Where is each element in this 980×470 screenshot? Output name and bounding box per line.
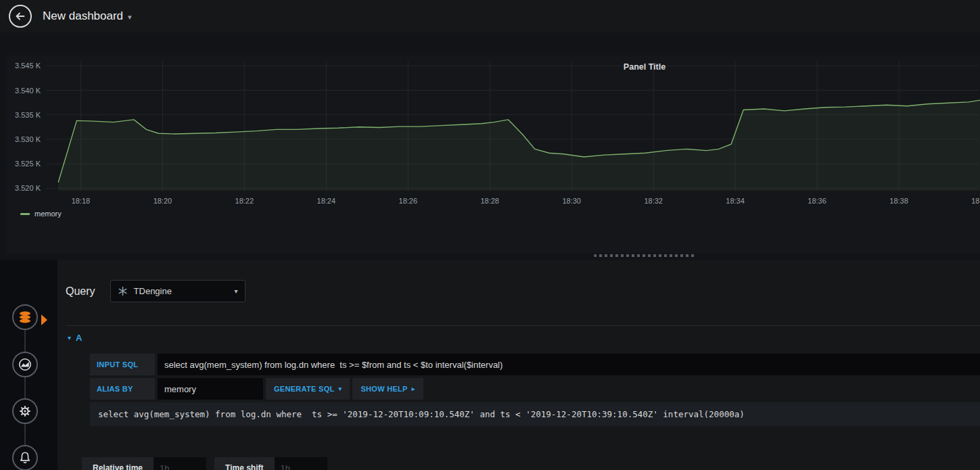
relative-time-label: Relative time xyxy=(82,457,154,470)
panel-title[interactable]: Panel Title xyxy=(624,62,666,72)
input-sql-field[interactable] xyxy=(158,354,980,375)
time-series-plot[interactable]: 3.520 K3.525 K3.530 K3.535 K3.540 K3.545… xyxy=(7,55,980,208)
svg-text:18:28: 18:28 xyxy=(480,197,499,205)
show-help-label: SHOW HELP xyxy=(360,385,407,393)
query-editor-content: Query TDengine ▾ ▾ A INPUT SQL ALIAS BY xyxy=(57,260,980,470)
graph-panel: Panel Title 3.520 K3.525 K3.530 K3.535 K… xyxy=(7,55,980,253)
chevron-down-icon: ▾ xyxy=(68,334,71,342)
svg-text:18:40: 18:40 xyxy=(971,197,980,205)
chevron-down-icon: ▾ xyxy=(339,385,342,392)
legend-line-swatch xyxy=(20,213,30,215)
tab-general[interactable] xyxy=(12,398,38,424)
datasource-picker[interactable]: TDengine ▾ xyxy=(110,280,246,302)
svg-text:18:38: 18:38 xyxy=(889,197,908,205)
tdengine-logo-icon xyxy=(118,286,128,296)
back-button[interactable] xyxy=(9,5,32,28)
bell-icon xyxy=(18,450,32,465)
chevron-right-icon: ▸ xyxy=(412,385,415,392)
time-shift-field[interactable] xyxy=(275,457,327,470)
panel-editor: Query TDengine ▾ ▾ A INPUT SQL ALIAS BY xyxy=(0,260,980,470)
generate-sql-label: GENERATE SQL xyxy=(274,385,335,393)
query-row-toggle[interactable]: ▾ A xyxy=(66,325,980,348)
relative-time-field[interactable] xyxy=(154,457,206,470)
panel-editor-tabs xyxy=(0,260,57,470)
generate-sql-button[interactable]: GENERATE SQL ▾ xyxy=(266,378,350,400)
tab-alert[interactable] xyxy=(12,445,38,470)
legend-series-label[interactable]: memory xyxy=(34,210,62,218)
tab-queries[interactable] xyxy=(12,304,38,330)
generated-sql-preview: select avg(mem_system) from log.dn where… xyxy=(90,402,980,426)
panel-resize-handle[interactable] xyxy=(594,254,695,257)
input-sql-label: INPUT SQL xyxy=(90,354,155,375)
tab-connector-line xyxy=(24,319,26,459)
svg-text:3.525 K: 3.525 K xyxy=(15,160,41,168)
active-tab-arrow-icon xyxy=(41,314,47,325)
svg-text:18:30: 18:30 xyxy=(562,197,581,205)
svg-text:18:20: 18:20 xyxy=(154,197,172,205)
svg-text:3.540 K: 3.540 K xyxy=(15,87,41,95)
top-navbar: New dashboard ▾ xyxy=(0,0,980,32)
svg-text:3.520 K: 3.520 K xyxy=(15,184,41,192)
query-section-title: Query xyxy=(66,285,95,298)
svg-text:18:34: 18:34 xyxy=(726,197,745,205)
datasource-selected: TDengine xyxy=(134,286,172,296)
svg-text:18:32: 18:32 xyxy=(644,197,663,205)
svg-text:18:36: 18:36 xyxy=(808,197,826,205)
time-shift-label: Time shift xyxy=(214,457,274,470)
query-header: Query TDengine ▾ xyxy=(66,260,980,302)
database-icon xyxy=(18,310,32,325)
chart-legend: memory xyxy=(20,210,980,218)
svg-text:18:26: 18:26 xyxy=(399,197,418,205)
chart-icon xyxy=(18,357,32,372)
dashboard-title-dropdown[interactable]: New dashboard ▾ xyxy=(43,9,132,23)
relative-time-group: Relative time xyxy=(82,457,206,470)
dashboard-title: New dashboard xyxy=(43,9,123,23)
alias-by-label: ALIAS BY xyxy=(90,378,155,400)
chevron-down-icon: ▾ xyxy=(128,11,132,22)
time-shift-group: Time shift xyxy=(214,457,327,470)
svg-text:18:24: 18:24 xyxy=(317,197,336,205)
query-form: INPUT SQL ALIAS BY GENERATE SQL ▾ SHOW H… xyxy=(90,354,980,426)
svg-text:18:22: 18:22 xyxy=(235,197,254,205)
input-sql-row: INPUT SQL xyxy=(90,354,980,375)
svg-text:18:18: 18:18 xyxy=(72,197,91,205)
svg-text:3.535 K: 3.535 K xyxy=(15,111,41,119)
query-row-letter: A xyxy=(76,333,82,343)
arrow-left-icon xyxy=(14,10,26,22)
svg-text:3.530 K: 3.530 K xyxy=(15,135,41,143)
query-options-row: Relative time Time shift xyxy=(82,457,980,470)
chevron-down-icon: ▾ xyxy=(235,287,238,295)
show-help-button[interactable]: SHOW HELP ▸ xyxy=(352,378,423,400)
gear-icon xyxy=(18,404,32,419)
tab-visualization[interactable] xyxy=(12,352,38,377)
alias-by-row: ALIAS BY GENERATE SQL ▾ SHOW HELP ▸ xyxy=(90,378,980,400)
svg-text:3.545 K: 3.545 K xyxy=(15,62,41,70)
alias-by-field[interactable] xyxy=(158,378,263,400)
